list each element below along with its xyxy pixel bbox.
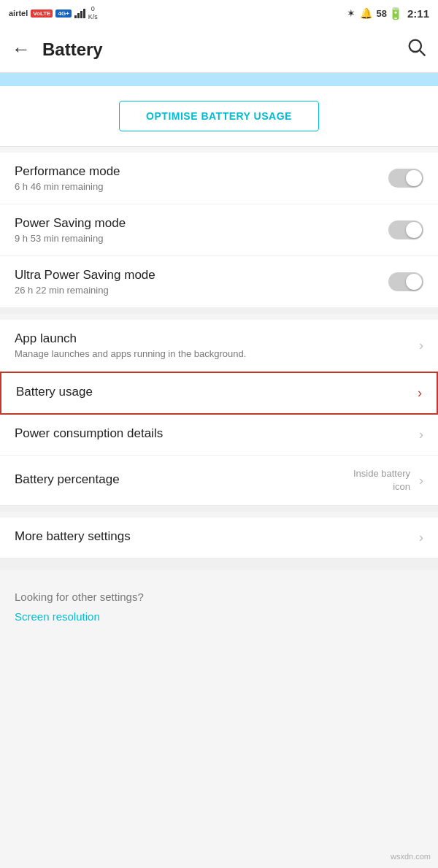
- ultra-power-saving-mode-item[interactable]: Ultra Power Saving mode 26 h 22 min rema…: [0, 256, 438, 308]
- bluetooth-icon: ✶: [347, 7, 356, 19]
- ultra-power-saving-mode-toggle[interactable]: [388, 272, 423, 291]
- power-saving-mode-title: Power Saving mode: [15, 216, 388, 231]
- performance-mode-item[interactable]: Performance mode 6 h 46 min remaining: [0, 153, 438, 204]
- signal-bar-2: [77, 13, 80, 18]
- search-button[interactable]: [406, 37, 426, 62]
- performance-mode-subtitle: 6 h 46 min remaining: [15, 181, 388, 192]
- page-title: Battery: [42, 39, 103, 60]
- looking-section: Looking for other settings? Screen resol…: [0, 576, 438, 634]
- battery-usage-item[interactable]: Battery usage ›: [0, 372, 438, 415]
- app-settings-section: App launch Manage launches and apps runn…: [0, 320, 438, 506]
- app-launch-subtitle: Manage launches and apps running in the …: [15, 348, 413, 359]
- more-battery-settings-section: More battery settings ›: [0, 518, 438, 558]
- battery-percentage-value-wrap: Inside battery icon ›: [353, 467, 423, 493]
- status-bar: airtel VoLTE 4G+ 0 K/s ✶ 🔔 58 🔋 2:11: [0, 0, 438, 26]
- ultra-power-saving-mode-title: Ultra Power Saving mode: [15, 268, 388, 283]
- more-battery-settings-item[interactable]: More battery settings ›: [0, 518, 438, 558]
- watermark: wsxdn.com: [391, 852, 431, 861]
- more-battery-settings-chevron: ›: [419, 530, 423, 545]
- network-speed: 0 K/s: [88, 5, 98, 21]
- status-bar-right: ✶ 🔔 58 🔋 2:11: [347, 7, 430, 20]
- power-modes-section: Performance mode 6 h 46 min remaining Po…: [0, 153, 438, 308]
- more-battery-settings-text: More battery settings: [15, 529, 413, 546]
- app-launch-title: App launch: [15, 331, 413, 346]
- ultra-power-saving-mode-subtitle: 26 h 22 min remaining: [15, 285, 388, 296]
- section-divider-1: [0, 308, 438, 314]
- power-saving-mode-item[interactable]: Power Saving mode 9 h 53 min remaining: [0, 204, 438, 256]
- signal-bars: [74, 9, 85, 18]
- signal-bar-3: [80, 11, 82, 18]
- battery-percentage-text: Battery percentage: [15, 472, 353, 489]
- battery-percentage-chevron: ›: [419, 473, 423, 488]
- signal-bar-1: [74, 15, 77, 18]
- lte-badge: 4G+: [55, 9, 71, 18]
- battery-usage-chevron: ›: [418, 385, 422, 401]
- battery-percentage-title: Battery percentage: [15, 472, 353, 487]
- status-bar-left: airtel VoLTE 4G+ 0 K/s: [9, 5, 98, 21]
- power-consumption-item[interactable]: Power consumption details ›: [0, 415, 438, 456]
- power-consumption-chevron: ›: [419, 427, 423, 442]
- notification-icon: 🔔: [360, 7, 372, 19]
- performance-mode-toggle-knob: [406, 170, 422, 186]
- looking-text: Looking for other settings?: [15, 591, 423, 603]
- power-saving-mode-text: Power Saving mode 9 h 53 min remaining: [15, 216, 388, 244]
- app-launch-item[interactable]: App launch Manage launches and apps runn…: [0, 320, 438, 372]
- app-bar-left: ← Battery: [12, 38, 103, 61]
- blue-banner: [0, 73, 438, 86]
- power-consumption-text: Power consumption details: [15, 426, 413, 443]
- more-battery-settings-title: More battery settings: [15, 529, 413, 544]
- battery-usage-title: Battery usage: [16, 385, 412, 399]
- power-saving-mode-toggle-knob: [406, 222, 422, 238]
- battery-percentage-status: 58: [377, 8, 387, 19]
- performance-mode-toggle[interactable]: [388, 169, 423, 188]
- power-saving-mode-toggle[interactable]: [388, 220, 423, 239]
- power-saving-mode-subtitle: 9 h 53 min remaining: [15, 233, 388, 244]
- screen-resolution-link[interactable]: Screen resolution: [15, 610, 423, 623]
- signal-bar-4: [83, 9, 85, 18]
- time-display: 2:11: [407, 7, 429, 20]
- performance-mode-text: Performance mode 6 h 46 min remaining: [15, 164, 388, 192]
- svg-line-1: [420, 50, 424, 55]
- app-launch-text: App launch Manage launches and apps runn…: [15, 331, 413, 359]
- performance-mode-title: Performance mode: [15, 164, 388, 179]
- power-consumption-title: Power consumption details: [15, 426, 413, 441]
- back-button[interactable]: ←: [12, 38, 31, 61]
- carrier-text: airtel: [9, 9, 28, 18]
- battery-status: 58 🔋: [377, 7, 403, 20]
- app-bar: ← Battery: [0, 26, 438, 73]
- battery-percentage-value: Inside battery icon: [353, 467, 410, 493]
- battery-percentage-item[interactable]: Battery percentage Inside battery icon ›: [0, 456, 438, 506]
- optimise-section: OPTIMISE BATTERY USAGE: [0, 86, 438, 147]
- optimise-button[interactable]: OPTIMISE BATTERY USAGE: [119, 101, 319, 131]
- volte-badge: VoLTE: [31, 9, 53, 18]
- ultra-power-saving-mode-text: Ultra Power Saving mode 26 h 22 min rema…: [15, 268, 388, 296]
- section-divider-2: [0, 506, 438, 512]
- battery-icon: 🔋: [388, 7, 403, 20]
- ultra-power-saving-mode-toggle-knob: [406, 274, 422, 290]
- battery-usage-text: Battery usage: [16, 385, 412, 402]
- app-launch-chevron: ›: [419, 338, 423, 353]
- section-divider-3: [0, 558, 438, 570]
